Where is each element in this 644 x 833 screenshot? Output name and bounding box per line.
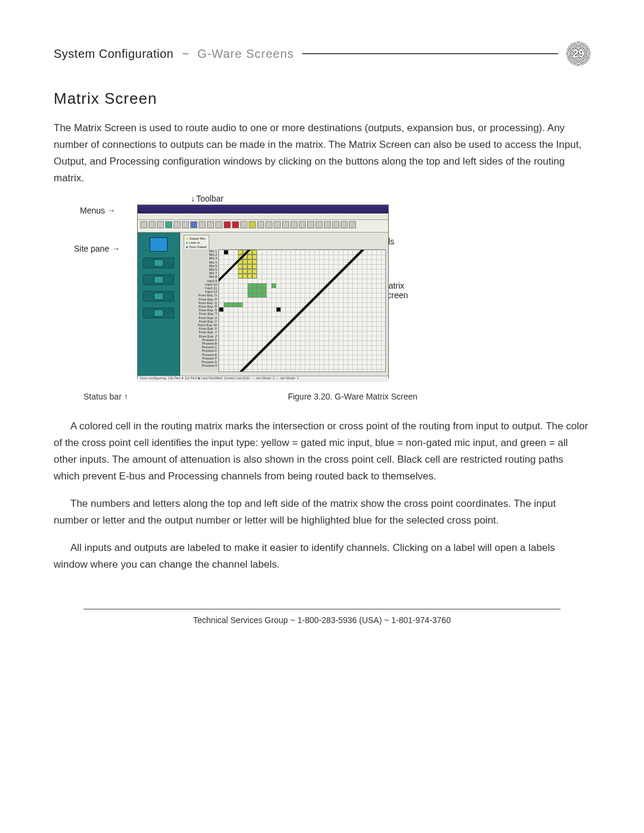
toolbar-button[interactable] [349, 221, 356, 228]
site-pane-item[interactable] [143, 274, 174, 285]
paragraph-3: The numbers and letters along the top an… [54, 496, 590, 529]
figure-3-20: Menus Toolbar Site pane Labels ← Matrix … [83, 197, 417, 388]
toolbar-button[interactable] [265, 221, 273, 228]
paragraph-2: A colored cell in the routing matrix mar… [54, 418, 590, 485]
header-subsection: G-Ware Screens [197, 47, 294, 61]
toolbar-button[interactable] [307, 221, 314, 228]
header-separator: ~ [182, 47, 189, 61]
toolbar-button[interactable] [332, 221, 339, 228]
section-title: Matrix Screen [54, 89, 590, 108]
site-pane-item[interactable] [143, 258, 174, 268]
toolbar-button[interactable] [290, 221, 298, 228]
app-menubar[interactable] [138, 213, 388, 220]
toolbar-button[interactable] [274, 221, 281, 228]
toolbar-button[interactable] [315, 221, 323, 228]
column-labels[interactable] [218, 241, 386, 248]
toolbar-button[interactable] [324, 221, 331, 228]
header-section: System Configuration [54, 47, 174, 61]
legend-nongated: Non-Gated [186, 245, 207, 249]
footer-rule [83, 609, 561, 609]
callout-menus: Menus [80, 206, 116, 215]
toolbar-button[interactable] [165, 221, 172, 228]
toolbar-button[interactable] [224, 221, 231, 228]
toolbar-button[interactable] [215, 221, 222, 228]
paragraph-4: All inputs and outputs are labeled to ma… [54, 540, 590, 573]
toolbar-button[interactable] [282, 221, 289, 228]
toolbar-button[interactable] [299, 221, 306, 228]
matrix-area[interactable]: Gated Mic Line In Non-Gated Restricted M… [180, 233, 388, 376]
legend-gated: Gated Mic [186, 237, 207, 241]
page-header: System Configuration ~ G-Ware Screens 29 [54, 42, 590, 66]
toolbar-button[interactable] [257, 221, 264, 228]
callout-toolbar: Toolbar [191, 194, 224, 203]
callout-toolbar-text: Toolbar [196, 194, 224, 203]
page-number-badge: 29 [566, 42, 590, 66]
site-pane-item[interactable] [143, 308, 174, 318]
toolbar-button[interactable] [190, 221, 197, 228]
toolbar-button[interactable] [157, 221, 164, 228]
gware-app-window: Gated Mic Line In Non-Gated Restricted M… [137, 205, 389, 379]
row-labels[interactable]: Mic 1 Mic 2 Mic 3 Mic 4 Mic 5 Mic 6 Mic … [182, 249, 217, 372]
figure-caption: Figure 3.20. G-Ware Matrix Screen [288, 392, 417, 401]
callout-site-pane: Site pane [74, 244, 120, 253]
toolbar-button[interactable] [240, 221, 247, 228]
paragraph-1: The Matrix Screen is used to route audio… [54, 120, 590, 187]
routing-grid[interactable] [218, 249, 386, 372]
toolbar-button[interactable] [249, 221, 256, 228]
site-pane[interactable] [138, 233, 180, 376]
legend-line: Line In [186, 241, 207, 245]
site-pane-item[interactable] [143, 291, 174, 302]
toolbar-button[interactable] [232, 221, 239, 228]
toolbar-button[interactable] [207, 221, 214, 228]
site-pane-icon[interactable] [150, 237, 168, 252]
footer-text: Technical Services Group ~ 1-800-283-593… [54, 615, 590, 625]
toolbar-button[interactable] [340, 221, 348, 228]
app-toolbar[interactable] [138, 220, 388, 233]
toolbar-button[interactable] [148, 221, 156, 228]
toolbar-button[interactable] [140, 221, 147, 228]
header-rule [302, 53, 558, 54]
app-titlebar [138, 205, 388, 213]
page-number: 29 [566, 42, 590, 66]
toolbar-button[interactable] [199, 221, 206, 228]
toolbar-button[interactable] [174, 221, 181, 228]
toolbar-button[interactable] [182, 221, 189, 228]
callout-status-bar: Status bar [83, 392, 128, 401]
status-bar: Now configuring: 1St Perl ● 1st Perl ■ L… [138, 376, 388, 382]
